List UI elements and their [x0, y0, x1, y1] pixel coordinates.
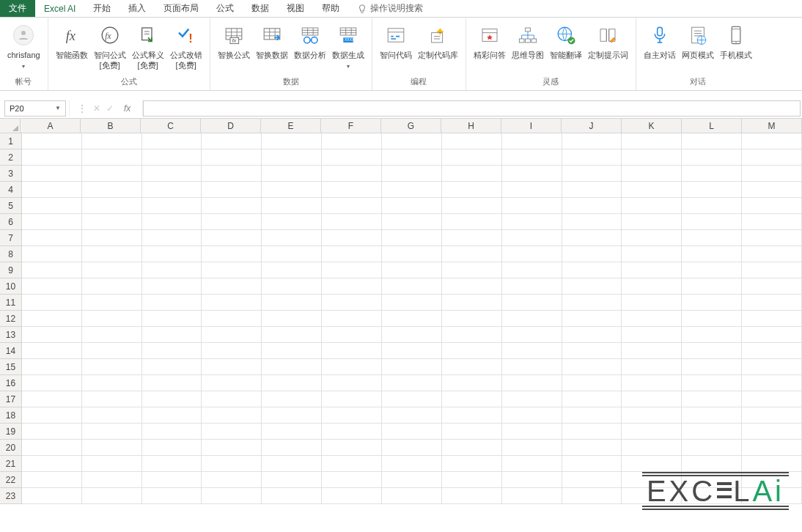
cell[interactable] — [502, 295, 562, 311]
cell[interactable] — [502, 166, 562, 182]
row-header[interactable]: 15 — [0, 359, 22, 375]
cell[interactable] — [22, 295, 82, 311]
cell[interactable] — [382, 133, 442, 149]
cell[interactable] — [742, 182, 802, 198]
cell[interactable] — [562, 182, 622, 198]
cell[interactable] — [502, 472, 562, 488]
cell[interactable] — [202, 166, 262, 182]
cell[interactable] — [82, 488, 142, 504]
row-header[interactable]: 13 — [0, 327, 22, 343]
data-generate-button[interactable]: XXXX 数据生成▾ — [329, 19, 367, 72]
row-header[interactable]: 20 — [0, 440, 22, 456]
formula-meaning-button[interactable]: 公式释义 [免费] — [129, 19, 167, 70]
cell[interactable] — [502, 182, 562, 198]
cell[interactable] — [502, 424, 562, 440]
cell[interactable] — [82, 311, 142, 327]
cell[interactable] — [322, 149, 382, 166]
row-header[interactable]: 1 — [0, 133, 22, 149]
cell[interactable] — [262, 278, 322, 295]
cell[interactable] — [262, 440, 322, 456]
cell[interactable] — [382, 230, 442, 246]
cell[interactable] — [442, 149, 502, 166]
cell[interactable] — [442, 440, 502, 456]
cell[interactable] — [382, 440, 442, 456]
select-all-corner[interactable] — [0, 119, 21, 133]
cell[interactable] — [682, 407, 742, 424]
cell[interactable] — [622, 359, 682, 375]
row-header[interactable]: 19 — [0, 424, 22, 440]
cell[interactable] — [622, 214, 682, 230]
cell[interactable] — [202, 230, 262, 246]
cell[interactable] — [262, 214, 322, 230]
cell[interactable] — [82, 149, 142, 166]
cell[interactable] — [22, 359, 82, 375]
tab-home[interactable]: 开始 — [84, 0, 119, 17]
cell[interactable] — [22, 262, 82, 278]
cell[interactable] — [502, 133, 562, 149]
swap-data-button[interactable]: 智换数据 — [253, 19, 291, 60]
translate-button[interactable]: 智能翻译 — [547, 19, 585, 60]
account-button[interactable]: chrisfang▾ — [4, 19, 43, 72]
cell[interactable] — [562, 133, 622, 149]
cell[interactable] — [682, 166, 742, 182]
cell[interactable] — [682, 311, 742, 327]
cancel-icon[interactable]: ✕ — [93, 103, 100, 114]
row-header[interactable]: 16 — [0, 375, 22, 391]
cell[interactable] — [262, 407, 322, 424]
cell[interactable] — [682, 295, 742, 311]
cell[interactable] — [682, 440, 742, 456]
cell[interactable] — [442, 311, 502, 327]
cell[interactable] — [502, 375, 562, 391]
cell[interactable] — [322, 391, 382, 407]
cell[interactable] — [82, 343, 142, 359]
cell[interactable] — [142, 198, 202, 214]
cell[interactable] — [742, 295, 802, 311]
cell[interactable] — [142, 472, 202, 488]
cell[interactable] — [142, 133, 202, 149]
cell[interactable] — [322, 133, 382, 149]
cell[interactable] — [82, 262, 142, 278]
qa-button[interactable]: 精彩问答 — [471, 19, 509, 60]
row-header[interactable]: 12 — [0, 311, 22, 327]
web-mode-button[interactable]: 网页模式 — [679, 19, 717, 60]
cell[interactable] — [262, 391, 322, 407]
cell[interactable] — [382, 262, 442, 278]
cell[interactable] — [202, 198, 262, 214]
cell[interactable] — [382, 359, 442, 375]
cell[interactable] — [562, 375, 622, 391]
cell[interactable] — [562, 424, 622, 440]
cell[interactable] — [742, 391, 802, 407]
chevron-down-icon[interactable]: ▼ — [55, 105, 61, 111]
cell[interactable] — [442, 359, 502, 375]
cell[interactable] — [142, 311, 202, 327]
cell[interactable] — [502, 149, 562, 166]
cell[interactable] — [562, 214, 622, 230]
cell[interactable] — [82, 246, 142, 262]
cell[interactable] — [622, 278, 682, 295]
cell[interactable] — [82, 472, 142, 488]
row-header[interactable]: 14 — [0, 343, 22, 359]
cell[interactable] — [322, 424, 382, 440]
cell[interactable] — [262, 456, 322, 472]
cell[interactable] — [322, 246, 382, 262]
cell[interactable] — [22, 391, 82, 407]
cell[interactable] — [382, 424, 442, 440]
cell[interactable] — [262, 230, 322, 246]
row-header[interactable]: 3 — [0, 166, 22, 182]
cell[interactable] — [82, 424, 142, 440]
cell[interactable] — [622, 488, 682, 504]
cell[interactable] — [262, 472, 322, 488]
cell[interactable] — [562, 278, 622, 295]
auto-dialog-button[interactable]: 自主对话 — [641, 19, 679, 60]
cell[interactable] — [622, 407, 682, 424]
cell[interactable] — [622, 166, 682, 182]
cell[interactable] — [442, 214, 502, 230]
cell[interactable] — [742, 311, 802, 327]
column-header[interactable]: B — [81, 119, 141, 133]
cell[interactable] — [262, 488, 322, 504]
cell[interactable] — [442, 182, 502, 198]
cell[interactable] — [82, 440, 142, 456]
cell[interactable] — [382, 472, 442, 488]
cell[interactable] — [202, 488, 262, 504]
cell[interactable] — [22, 149, 82, 166]
